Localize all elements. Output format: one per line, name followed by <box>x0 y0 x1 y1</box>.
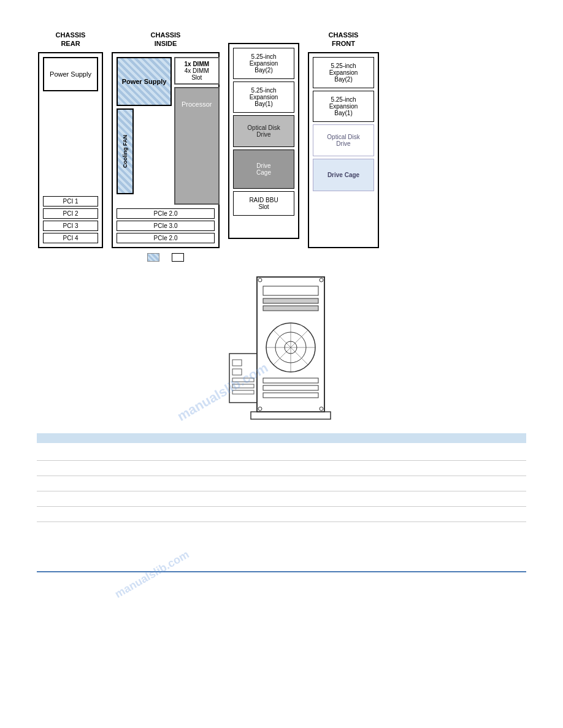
pci-slot-3: PCI 3 <box>43 221 98 231</box>
table-line-3 <box>37 476 526 491</box>
svg-point-21 <box>320 278 323 282</box>
inside-main-row: Power Supply Cooling FAN 1x DIMM 4x DIMM… <box>117 57 215 205</box>
spacer <box>37 522 526 553</box>
svg-rect-13 <box>263 393 318 398</box>
pcie-slot-1: PCIe 2.0 <box>117 208 215 219</box>
server-image-area <box>37 274 526 421</box>
cooling-fan: Cooling FAN <box>117 108 134 194</box>
pcie-slot-2: PCIe 3.0 <box>117 221 215 231</box>
pcie-slot-3: PCIe 2.0 <box>117 233 215 243</box>
inside-left-col: Power Supply Cooling FAN <box>117 57 172 205</box>
rear-power-supply: Power Supply <box>43 57 98 91</box>
table-line-2 <box>37 461 526 476</box>
front-optical-disk: Optical DiskDrive <box>313 124 374 156</box>
svg-rect-1 <box>263 286 318 295</box>
svg-rect-2 <box>263 298 318 303</box>
table-lines <box>37 446 526 522</box>
front-expansion-bay2: 5.25-inchExpansionBay(2) <box>313 57 374 88</box>
middle-optical-disk: Optical DiskDrive <box>233 115 294 147</box>
chassis-middle-box: 5.25-inchExpansionBay(2) 5.25-inchExpans… <box>228 43 299 239</box>
dimm-box: 1x DIMM 4x DIMM Slot <box>174 57 220 85</box>
table-line-4 <box>37 491 526 507</box>
dimm-slot-label: 4x DIMM Slot <box>179 67 215 81</box>
svg-rect-16 <box>232 369 242 375</box>
table-line-5 <box>37 507 526 522</box>
server-svg <box>220 274 343 421</box>
middle-raid-bbu: RAID BBUSlot <box>233 191 294 216</box>
pcie-slots-group: PCIe 2.0 PCIe 3.0 PCIe 2.0 <box>117 208 215 243</box>
legend-empty-icon <box>172 253 184 262</box>
svg-point-22 <box>258 407 262 411</box>
chassis-rear-box: Power Supply PCI 1 PCI 2 PCI 3 PCI 4 <box>38 52 103 248</box>
svg-rect-24 <box>251 412 331 419</box>
pci-slot-1: PCI 1 <box>43 196 98 207</box>
chassis-front-section: CHASSIS FRONT 5.25-inchExpansionBay(2) 5… <box>307 31 380 248</box>
legend-empty-item <box>172 253 184 262</box>
front-expansion-bay1: 5.25-inchExpansionBay(1) <box>313 91 374 122</box>
front-drive-cage: Drive Cage <box>313 159 374 191</box>
bottom-highlight-row <box>37 433 526 443</box>
svg-rect-19 <box>232 390 254 394</box>
svg-rect-17 <box>232 378 254 382</box>
pci-slot-2: PCI 2 <box>43 208 98 219</box>
pci-slots-group: PCI 1 PCI 2 PCI 3 PCI 4 <box>43 196 98 243</box>
chassis-diagram: CHASSIS REAR Power Supply PCI 1 PCI 2 PC… <box>37 31 380 248</box>
chassis-inside-box: Power Supply Cooling FAN 1x DIMM 4x DIMM… <box>112 52 220 248</box>
pci-slot-4: PCI 4 <box>43 233 98 243</box>
chassis-front-box: 5.25-inchExpansionBay(2) 5.25-inchExpans… <box>308 52 379 248</box>
chassis-front-label: CHASSIS FRONT <box>329 31 359 48</box>
server-drawing <box>220 274 343 421</box>
watermark-2: manualslib.com <box>113 548 191 601</box>
svg-rect-12 <box>263 385 318 390</box>
processor-box: Processor <box>174 87 220 205</box>
diagram-area: CHASSIS REAR Power Supply PCI 1 PCI 2 PC… <box>37 25 526 262</box>
legend-hatched-icon <box>147 253 159 262</box>
rear-spacer <box>43 119 98 192</box>
page: CHASSIS REAR Power Supply PCI 1 PCI 2 PC… <box>0 0 563 597</box>
svg-rect-11 <box>263 378 318 383</box>
table-line-1 <box>37 446 526 461</box>
middle-expansion-bay1: 5.25-inchExpansionBay(1) <box>233 82 294 113</box>
legend-hatched-item <box>147 253 159 262</box>
bottom-blue-line <box>37 571 526 572</box>
chassis-rear-section: CHASSIS REAR Power Supply PCI 1 PCI 2 PC… <box>37 31 104 248</box>
inside-right-col: 1x DIMM 4x DIMM Slot Processor <box>174 57 220 205</box>
svg-point-23 <box>320 407 323 411</box>
dimm-label: 1x DIMM <box>179 61 215 67</box>
svg-rect-3 <box>263 306 318 311</box>
middle-drive-cage: DriveCage <box>233 150 294 189</box>
legend-row <box>147 253 184 262</box>
middle-expansion-bay2: 5.25-inchExpansionBay(2) <box>233 48 294 79</box>
chassis-inside-section: CHASSIS INSIDE Power Supply Cooling FAN … <box>110 31 221 248</box>
svg-rect-15 <box>232 360 242 366</box>
chassis-inside-label: CHASSIS INSIDE <box>151 31 181 48</box>
chassis-rear-label: CHASSIS REAR <box>56 31 86 48</box>
chassis-middle-section: X 5.25-inchExpansionBay(2) 5.25-inchExpa… <box>227 31 301 239</box>
inside-power-supply: Power Supply <box>117 57 172 106</box>
svg-rect-18 <box>232 384 254 388</box>
svg-point-20 <box>258 278 262 282</box>
